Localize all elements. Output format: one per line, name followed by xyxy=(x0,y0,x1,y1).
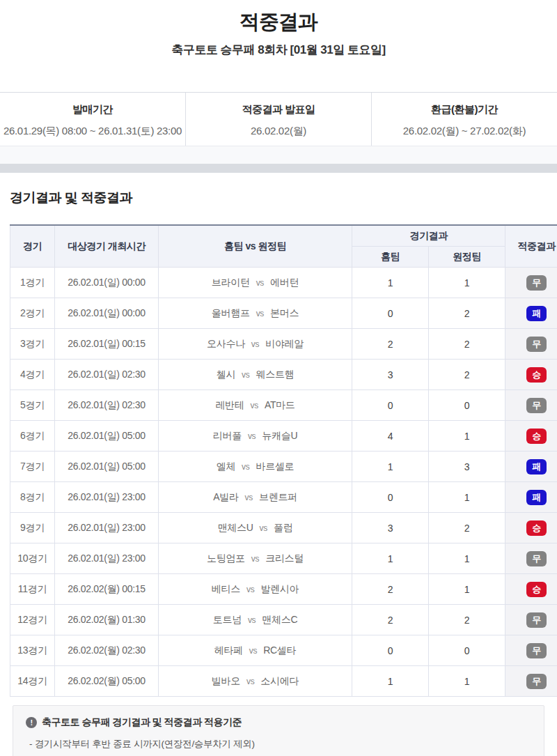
away-score: 1 xyxy=(429,666,505,697)
table-row: 11경기 26.02.02(월) 00:15 베티스vs발렌시아 2 1 승 xyxy=(10,574,557,605)
away-score: 2 xyxy=(429,360,505,390)
away-score: 2 xyxy=(429,513,505,543)
away-score: 1 xyxy=(429,421,505,452)
match-teams: 빌바오vs소시에다 xyxy=(159,666,352,697)
col-header-match: 홈팀 vs 원정팀 xyxy=(159,225,352,268)
outcome-badge: 무 xyxy=(526,643,547,658)
home-team-name: 리버풀 xyxy=(213,430,242,441)
home-team-name: 베티스 xyxy=(212,583,240,594)
away-score: 2 xyxy=(429,329,505,360)
home-score: 1 xyxy=(352,543,429,574)
outcome-badge: 승 xyxy=(526,367,547,383)
game-number: 2경기 xyxy=(10,298,55,329)
match-datetime: 26.02.01(일) 00:00 xyxy=(55,298,159,329)
match-datetime: 26.02.02(월) 05:00 xyxy=(55,666,159,697)
match-datetime: 26.02.01(일) 02:30 xyxy=(55,390,159,421)
info-announce-date: 적중결과 발표일 26.02.02(월) xyxy=(185,93,371,146)
table-row: 10경기 26.02.01(일) 23:00 노팅엄포vs크리스털 1 1 무 xyxy=(10,543,557,574)
home-team-name: A빌라 xyxy=(213,491,238,502)
results-table: 경기 대상경기 개최시간 홈팀 vs 원정팀 경기결과 적중결과 홈팀 원정팀 … xyxy=(10,224,557,697)
outcome-badge: 승 xyxy=(526,520,547,536)
home-score: 0 xyxy=(352,298,429,329)
vs-label: vs xyxy=(242,462,249,472)
match-datetime: 26.02.02(월) 00:15 xyxy=(55,574,159,605)
table-row: 5경기 26.02.01(일) 02:30 레반테vsAT마드 0 0 무 xyxy=(10,390,557,421)
outcome-badge: 패 xyxy=(526,459,547,475)
notice-title: 축구토토 승무패 경기결과 및 적중결과 적용기준 xyxy=(42,716,242,729)
notice-box: ! 축구토토 승무패 경기결과 및 적중결과 적용기준 - 경기시작부터 후반 … xyxy=(13,705,544,756)
table-row: 12경기 26.02.02(월) 01:30 토트넘vs맨체스C 2 2 무 xyxy=(10,605,557,635)
col-header-result-group: 경기결과 xyxy=(352,225,505,247)
outcome-cell: 승 xyxy=(505,574,557,605)
game-number: 13경기 xyxy=(10,635,55,666)
outcome-badge: 무 xyxy=(526,551,547,566)
info-label: 환급(환불)기간 xyxy=(372,103,557,116)
vs-label: vs xyxy=(256,309,264,318)
match-datetime: 26.02.01(일) 02:30 xyxy=(55,360,159,390)
table-row: 2경기 26.02.01(일) 00:00 울버햄프vs본머스 0 2 패 xyxy=(10,298,557,329)
vs-label: vs xyxy=(245,493,253,502)
home-team-name: 토트넘 xyxy=(213,614,242,625)
away-team-name: 웨스트햄 xyxy=(256,369,295,380)
away-score: 3 xyxy=(429,452,505,482)
info-sale-period: 발매기간 26.01.29(목) 08:00 ~ 26.01.31(토) 23:… xyxy=(0,93,185,146)
home-team-name: 브라이턴 xyxy=(212,277,250,288)
table-row: 6경기 26.02.01(일) 05:00 리버풀vs뉴캐슬U 4 1 승 xyxy=(10,421,557,452)
info-value: 26.02.02(월) xyxy=(186,125,371,138)
match-teams: 토트넘vs맨체스C xyxy=(159,605,352,635)
game-number: 4경기 xyxy=(10,360,55,390)
away-score: 1 xyxy=(429,268,505,298)
vs-label: vs xyxy=(249,646,257,656)
col-header-game: 경기 xyxy=(10,225,55,268)
page-title: 적중결과 xyxy=(0,10,557,33)
match-datetime: 26.02.01(일) 00:00 xyxy=(55,268,159,298)
table-row: 9경기 26.02.01(일) 23:00 맨체스Uvs풀럼 3 2 승 xyxy=(10,513,557,543)
outcome-cell: 무 xyxy=(505,268,557,298)
away-team-name: 발렌시아 xyxy=(260,583,299,594)
away-score: 2 xyxy=(429,298,505,329)
away-team-name: 맨체스C xyxy=(262,614,297,625)
match-teams: 맨체스Uvs풀럼 xyxy=(159,513,352,543)
table-row: 14경기 26.02.02(월) 05:00 빌바오vs소시에다 1 1 무 xyxy=(10,666,557,697)
table-row: 3경기 26.02.01(일) 00:15 오사수나vs비야레알 2 2 무 xyxy=(10,329,557,360)
match-teams: 베티스vs발렌시아 xyxy=(159,574,352,605)
notice-title-row: ! 축구토토 승무패 경기결과 및 적중결과 적용기준 xyxy=(26,716,531,729)
home-team-name: 노팅엄포 xyxy=(207,553,245,564)
section-title: 경기결과 및 적중결과 xyxy=(10,190,557,206)
game-number: 12경기 xyxy=(10,605,55,635)
vs-label: vs xyxy=(248,615,256,625)
section-divider-bar xyxy=(0,164,557,173)
match-teams: 엘체vs바르셀로 xyxy=(159,452,352,482)
outcome-cell: 무 xyxy=(505,666,557,697)
away-team-name: RC셀타 xyxy=(263,645,296,656)
outcome-badge: 무 xyxy=(526,674,547,689)
page-subtitle: 축구토토 승무패 8회차 [01월 31일 토요일] xyxy=(0,43,557,57)
outcome-badge: 무 xyxy=(526,337,547,352)
outcome-cell: 승 xyxy=(505,513,557,543)
away-team-name: 에버턴 xyxy=(270,277,299,288)
col-header-home: 홈팀 xyxy=(352,247,429,268)
vs-label: vs xyxy=(246,677,254,686)
match-datetime: 26.02.01(일) 05:00 xyxy=(55,421,159,452)
home-team-name: 울버햄프 xyxy=(212,307,250,318)
outcome-cell: 패 xyxy=(505,452,557,482)
match-teams: 브라이턴vs에버턴 xyxy=(159,268,352,298)
home-score: 2 xyxy=(352,605,429,635)
notice-line: - 경기시작부터 후반 종료 시까지(연장전/승부차기 제외) xyxy=(26,738,531,750)
home-score: 3 xyxy=(352,360,429,390)
vs-label: vs xyxy=(256,278,264,288)
outcome-badge: 무 xyxy=(526,612,547,628)
info-refund-period: 환급(환불)기간 26.02.02(월) ~ 27.02.02(화) xyxy=(371,93,557,146)
away-team-name: 브렌트퍼 xyxy=(259,491,297,502)
away-team-name: 뉴캐슬U xyxy=(262,430,297,441)
outcome-badge: 승 xyxy=(526,582,547,597)
outcome-cell: 무 xyxy=(505,390,557,421)
vs-label: vs xyxy=(248,431,256,441)
outcome-badge: 승 xyxy=(526,429,547,444)
home-score: 1 xyxy=(352,452,429,482)
home-team-name: 빌바오 xyxy=(212,675,240,686)
outcome-badge: 패 xyxy=(526,490,547,505)
home-score: 2 xyxy=(352,329,429,360)
home-score: 1 xyxy=(352,666,429,697)
home-score: 0 xyxy=(352,390,429,421)
